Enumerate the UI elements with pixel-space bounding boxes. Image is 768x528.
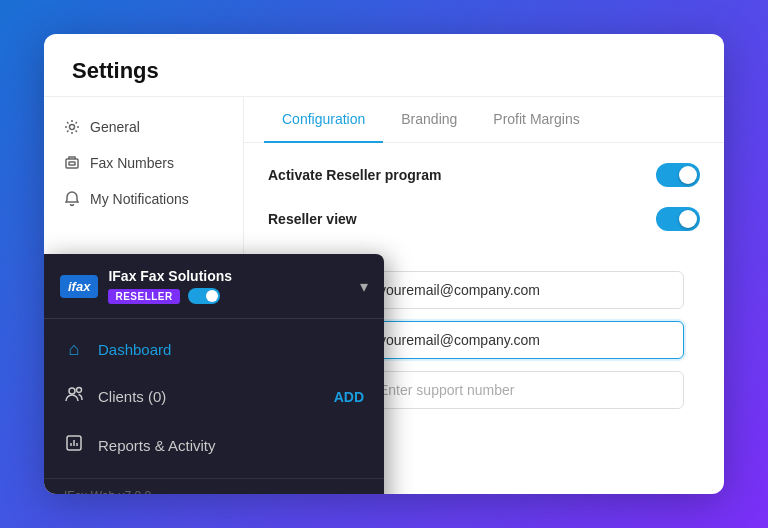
brand-name: IFax Fax Solutions [108, 268, 232, 284]
mini-toggle[interactable] [188, 288, 220, 304]
overlay-brand: ifax IFax Fax Solutions RESELLER [60, 268, 232, 304]
nav-clients-label: Clients (0) [98, 388, 166, 405]
settings-content: Activate Reseller program Reseller view [244, 143, 724, 271]
main-card: Settings General Fax Numbers [44, 34, 724, 494]
nav-item-dashboard[interactable]: ⌂ Dashboard [44, 327, 384, 372]
home-icon: ⌂ [64, 339, 84, 360]
fax-icon [64, 155, 80, 171]
mini-toggle-thumb [206, 290, 218, 302]
tab-configuration[interactable]: Configuration [264, 97, 383, 143]
toggle-thumb [679, 166, 697, 184]
toggle-thumb-2 [679, 210, 697, 228]
toggle-track [656, 163, 700, 187]
page-title: Settings [72, 58, 159, 83]
support-number-field[interactable] [364, 371, 684, 409]
reseller-view-row: Reseller view [268, 207, 700, 231]
activate-reseller-label: Activate Reseller program [268, 167, 442, 183]
svg-rect-2 [69, 162, 75, 165]
svg-point-0 [70, 125, 75, 130]
tabs: Configuration Branding Profit Margins [244, 97, 724, 143]
activate-reseller-toggle[interactable] [656, 163, 700, 187]
chevron-down-icon[interactable]: ▾ [360, 277, 368, 296]
reseller-view-label: Reseller view [268, 211, 357, 227]
sidebar-notifications-label: My Notifications [90, 191, 189, 207]
reseller-badge: RESELLER [108, 289, 179, 304]
sidebar-item-fax-numbers[interactable]: Fax Numbers [44, 145, 243, 181]
tab-profit-margins[interactable]: Profit Margins [475, 97, 597, 143]
tab-branding[interactable]: Branding [383, 97, 475, 143]
settings-header: Settings [44, 34, 724, 97]
svg-rect-1 [66, 159, 78, 168]
reseller-view-toggle[interactable] [656, 207, 700, 231]
sidebar-general-label: General [90, 119, 140, 135]
add-clients-button[interactable]: ADD [334, 389, 364, 405]
sidebar-fax-label: Fax Numbers [90, 155, 174, 171]
clients-icon [64, 384, 84, 409]
version-text: IFax Web v7.0.0 [64, 489, 151, 494]
svg-point-3 [69, 388, 75, 394]
overlay-footer: IFax Web v7.0.0 [44, 478, 384, 494]
reports-icon [64, 433, 84, 458]
overlay-nav: ⌂ Dashboard Clients (0) ADD [44, 319, 384, 478]
email-field-2[interactable] [364, 321, 684, 359]
ifax-logo: ifax [60, 275, 98, 298]
sidebar-item-notifications[interactable]: My Notifications [44, 181, 243, 217]
bell-icon [64, 191, 80, 207]
toggle-track-2 [656, 207, 700, 231]
nav-item-reports[interactable]: Reports & Activity [44, 421, 384, 470]
nav-reports-label: Reports & Activity [98, 437, 216, 454]
svg-point-4 [77, 388, 82, 393]
nav-item-clients[interactable]: Clients (0) ADD [44, 372, 384, 421]
overlay-panel: ifax IFax Fax Solutions RESELLER ▾ ⌂ Das… [44, 254, 384, 494]
brand-info: IFax Fax Solutions RESELLER [108, 268, 232, 304]
activate-reseller-row: Activate Reseller program [268, 163, 700, 187]
email-field-1[interactable] [364, 271, 684, 309]
reseller-badge-row: RESELLER [108, 288, 232, 304]
overlay-header: ifax IFax Fax Solutions RESELLER ▾ [44, 254, 384, 319]
gear-icon [64, 119, 80, 135]
sidebar-item-general[interactable]: General [44, 109, 243, 145]
nav-dashboard-label: Dashboard [98, 341, 171, 358]
